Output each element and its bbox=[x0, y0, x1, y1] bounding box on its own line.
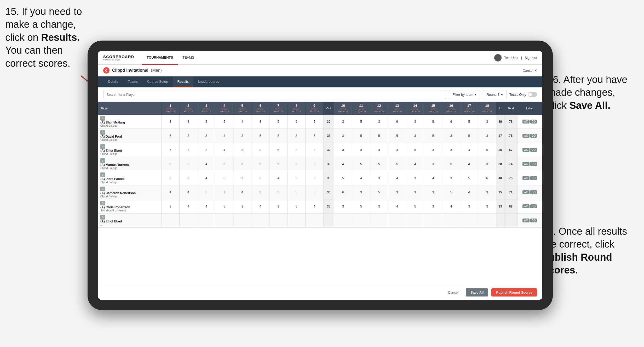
score-h5[interactable]: 3 bbox=[233, 171, 251, 185]
score-h12[interactable]: 5 bbox=[370, 157, 388, 171]
score-h2[interactable]: 3 bbox=[179, 171, 197, 185]
score-h16[interactable]: 5 bbox=[442, 185, 460, 199]
dq-button[interactable]: DQ bbox=[530, 120, 537, 124]
score-h12[interactable]: 3 bbox=[370, 171, 388, 185]
score-h7[interactable]: 5 bbox=[269, 185, 288, 199]
score-h13[interactable]: 4 bbox=[388, 199, 406, 214]
score-h1[interactable]: 4 bbox=[161, 185, 179, 199]
score-h2[interactable]: 3 bbox=[179, 157, 197, 171]
score-h11[interactable] bbox=[352, 214, 370, 228]
score-h14[interactable]: 3 bbox=[406, 129, 424, 143]
score-h4[interactable]: 3 bbox=[215, 185, 233, 199]
score-h18[interactable]: 6 bbox=[478, 143, 496, 157]
score-h18[interactable]: 3 bbox=[478, 157, 496, 171]
score-h12[interactable]: 3 bbox=[370, 115, 388, 129]
score-h10[interactable]: 5 bbox=[334, 171, 352, 185]
score-h6[interactable]: 4 bbox=[251, 199, 269, 214]
score-h8[interactable]: 3 bbox=[287, 157, 305, 171]
score-h3[interactable]: 4 bbox=[197, 199, 215, 214]
score-h7[interactable]: 3 bbox=[269, 199, 288, 214]
score-h1[interactable]: 3 bbox=[161, 171, 179, 185]
publish-round-scores-button[interactable]: Publish Round Scores bbox=[491, 288, 537, 296]
score-h2[interactable]: 3 bbox=[179, 143, 197, 157]
score-h7[interactable]: 5 bbox=[269, 157, 288, 171]
score-h6[interactable]: 5 bbox=[251, 129, 269, 143]
score-h7[interactable] bbox=[269, 214, 288, 228]
score-h18[interactable] bbox=[478, 214, 496, 228]
wd-button[interactable]: WD bbox=[522, 219, 530, 222]
score-h4[interactable]: 5 bbox=[215, 157, 233, 171]
score-h4[interactable]: 5 bbox=[215, 199, 233, 214]
round-selector-button[interactable]: Round 3 ▾ bbox=[483, 90, 507, 99]
score-h1[interactable]: 5 bbox=[161, 143, 179, 157]
tab-details[interactable]: Details bbox=[103, 76, 123, 87]
toggle-switch[interactable] bbox=[528, 92, 537, 97]
score-h15[interactable] bbox=[424, 214, 442, 228]
score-h10[interactable]: 3 bbox=[334, 199, 352, 214]
score-h7[interactable]: 4 bbox=[269, 171, 288, 185]
score-h9[interactable] bbox=[305, 214, 323, 228]
score-h5[interactable]: 3 bbox=[233, 143, 251, 157]
score-h11[interactable]: 4 bbox=[352, 171, 370, 185]
score-h8[interactable]: 6 bbox=[287, 115, 305, 129]
score-h11[interactable]: 5 bbox=[352, 129, 370, 143]
dq-button[interactable]: DQ bbox=[530, 204, 537, 208]
score-h3[interactable]: 3 bbox=[197, 129, 215, 143]
dq-button[interactable]: DQ bbox=[530, 219, 537, 222]
score-h10[interactable]: 6 bbox=[334, 185, 352, 199]
score-h5[interactable]: 3 bbox=[233, 129, 251, 143]
score-h7[interactable]: 5 bbox=[269, 115, 288, 129]
score-h15[interactable]: 4 bbox=[424, 171, 442, 185]
score-h1[interactable]: 6 bbox=[161, 129, 179, 143]
score-h6[interactable]: 5 bbox=[251, 157, 269, 171]
score-h13[interactable]: 5 bbox=[388, 157, 406, 171]
score-h13[interactable]: 3 bbox=[388, 143, 406, 157]
dq-button[interactable]: DQ bbox=[530, 190, 537, 194]
score-h8[interactable]: 5 bbox=[287, 171, 305, 185]
score-h9[interactable]: 5 bbox=[305, 129, 323, 143]
wd-button[interactable]: WD bbox=[522, 162, 530, 166]
score-h15[interactable]: 5 bbox=[424, 115, 442, 129]
score-h12[interactable]: 5 bbox=[370, 129, 388, 143]
score-h17[interactable] bbox=[460, 214, 478, 228]
score-h3[interactable]: 5 bbox=[197, 185, 215, 199]
score-h17[interactable]: 5 bbox=[460, 129, 478, 143]
score-h11[interactable]: 5 bbox=[352, 157, 370, 171]
score-h10[interactable]: 3 bbox=[334, 115, 352, 129]
score-h6[interactable]: 5 bbox=[251, 171, 269, 185]
dq-button[interactable]: DQ bbox=[530, 134, 537, 138]
score-h12[interactable]: 3 bbox=[370, 143, 388, 157]
score-h3[interactable]: 3 bbox=[197, 143, 215, 157]
score-h8[interactable]: 5 bbox=[287, 199, 305, 214]
filter-by-team-button[interactable]: Filter by team ▾ bbox=[449, 90, 480, 99]
score-h11[interactable]: 3 bbox=[352, 185, 370, 199]
score-h9[interactable]: 3 bbox=[305, 185, 323, 199]
score-h5[interactable]: 4 bbox=[233, 185, 251, 199]
score-h4[interactable]: 4 bbox=[215, 129, 233, 143]
score-h13[interactable]: 5 bbox=[388, 129, 406, 143]
tab-leaderboards[interactable]: Leaderboards bbox=[193, 76, 224, 87]
score-h9[interactable]: 5 bbox=[305, 115, 323, 129]
score-h12[interactable]: 3 bbox=[370, 199, 388, 214]
score-h11[interactable]: 5 bbox=[352, 115, 370, 129]
score-h16[interactable]: 6 bbox=[442, 115, 460, 129]
tab-results[interactable]: Results bbox=[173, 76, 193, 87]
score-h18[interactable]: 3 bbox=[478, 185, 496, 199]
score-h17[interactable]: 3 bbox=[460, 199, 478, 214]
score-h5[interactable]: 3 bbox=[233, 199, 251, 214]
score-h3[interactable]: 5 bbox=[197, 115, 215, 129]
score-h7[interactable]: 5 bbox=[269, 143, 288, 157]
score-h8[interactable]: 3 bbox=[287, 143, 305, 157]
score-h16[interactable]: 3 bbox=[442, 171, 460, 185]
score-h5[interactable] bbox=[233, 214, 251, 228]
score-h2[interactable]: 3 bbox=[179, 115, 197, 129]
save-all-button[interactable]: Save All bbox=[466, 288, 488, 296]
sign-out-link[interactable]: Sign out bbox=[525, 56, 537, 60]
score-h15[interactable]: 3 bbox=[424, 185, 442, 199]
score-h17[interactable]: 4 bbox=[460, 185, 478, 199]
score-h2[interactable]: 3 bbox=[179, 129, 197, 143]
score-h14[interactable]: 3 bbox=[406, 115, 424, 129]
score-h1[interactable]: 5 bbox=[161, 157, 179, 171]
score-h10[interactable]: 3 bbox=[334, 143, 352, 157]
score-h14[interactable] bbox=[406, 214, 424, 228]
